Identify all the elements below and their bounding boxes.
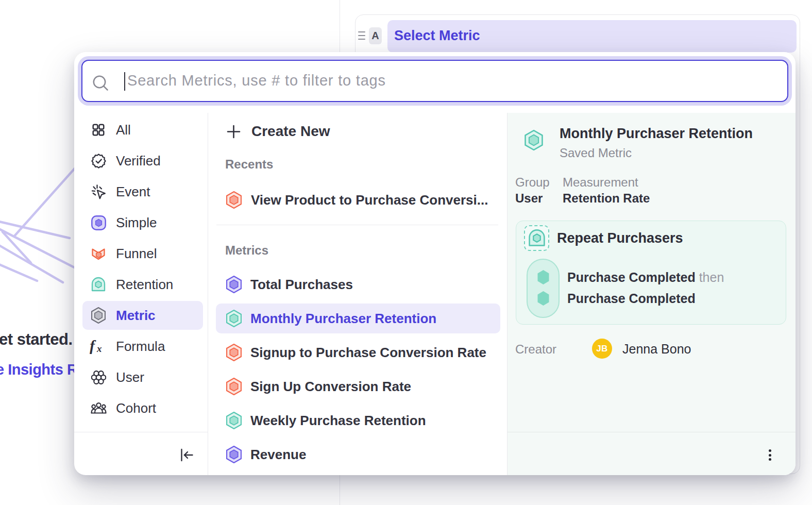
- svg-text:x: x: [96, 343, 102, 354]
- svg-text:f: f: [90, 338, 96, 354]
